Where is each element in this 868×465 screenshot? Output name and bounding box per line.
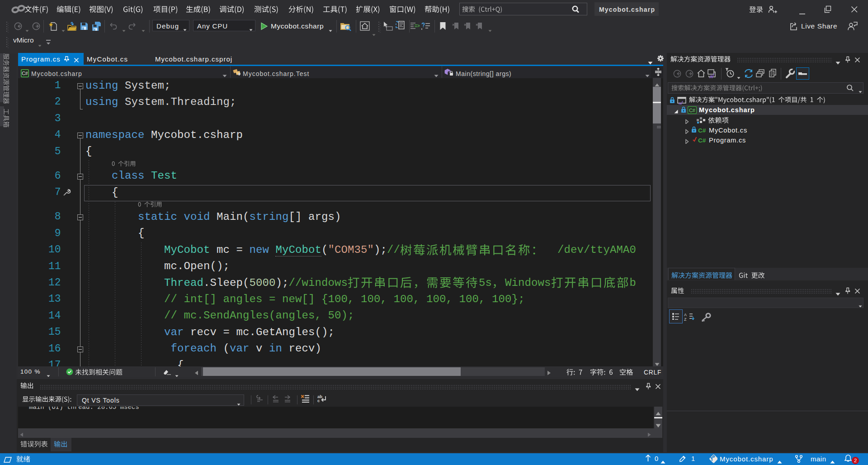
svg-text:c: c [317,398,320,403]
svg-text:C#: C# [698,137,706,144]
svg-text:Z: Z [684,317,687,321]
svg-text:A: A [684,313,687,317]
svg-text:C#: C# [689,108,695,113]
svg-text:C#: C# [698,127,706,134]
svg-text:C#: C# [22,71,28,76]
